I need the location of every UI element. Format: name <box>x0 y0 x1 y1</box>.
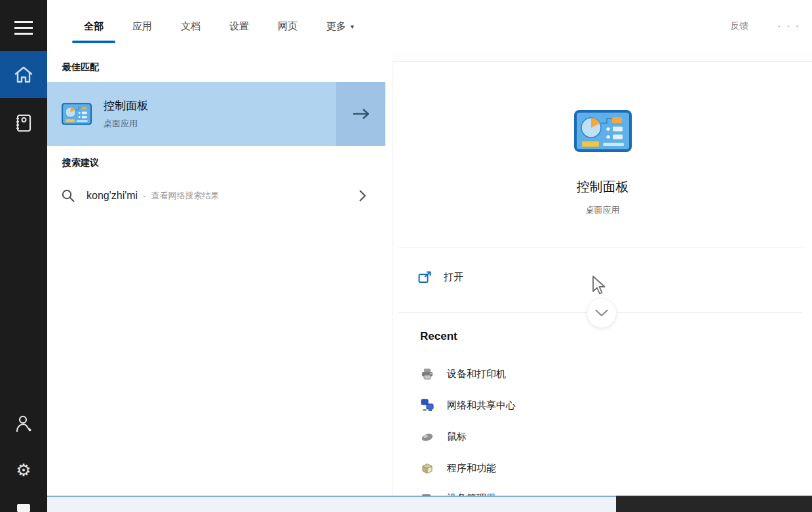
tab-all[interactable]: 全部 <box>72 0 115 52</box>
preview-subtitle: 桌面应用 <box>393 204 812 216</box>
chevron-down-icon[interactable] <box>587 298 617 328</box>
best-match-item[interactable]: 控制面板 桌面应用 <box>47 82 385 146</box>
tab-more-label: 更多 <box>326 20 346 33</box>
open-label: 打开 <box>444 271 463 283</box>
hamburger-menu-icon[interactable] <box>0 14 47 41</box>
control-panel-icon <box>62 101 92 127</box>
search-suggestion-item[interactable]: kong'zhi'mi - 查看网络搜索结果 <box>47 177 385 215</box>
results-panel: 最佳匹配 控制面板 桌面应用 <box>47 52 393 496</box>
recent-item-label: 鼠标 <box>447 431 467 443</box>
network-sharing-icon <box>421 399 434 412</box>
sidebar: ⚙ <box>0 0 47 512</box>
preview-title: 控制面板 <box>393 178 812 196</box>
best-match-text: 控制面板 桌面应用 <box>104 98 336 130</box>
active-tab-underline <box>72 41 115 43</box>
account-icon-glyph <box>14 414 33 433</box>
chevron-right-icon <box>358 189 367 203</box>
recent-item-label: 网络和共享中心 <box>447 399 516 412</box>
tab-all-label: 全部 <box>84 20 104 33</box>
tab-settings-label: 设置 <box>229 20 249 33</box>
best-match-header: 最佳匹配 <box>62 62 99 73</box>
arrow-right-icon[interactable] <box>336 82 385 146</box>
tab-apps-label: 应用 <box>132 20 152 33</box>
filter-tabs: 全部 应用 文档 设置 网页 更多 ▾ <box>72 0 366 52</box>
best-match-title: 控制面板 <box>104 98 336 113</box>
mouse-icon <box>421 430 434 443</box>
tab-documents[interactable]: 文档 <box>169 0 212 52</box>
notebook-icon-glyph <box>14 113 33 133</box>
feedback-button[interactable]: 反馈 <box>730 20 748 32</box>
recent-item-network-sharing[interactable]: 网络和共享中心 <box>408 395 775 415</box>
recent-item-programs-features[interactable]: 程序和功能 <box>408 458 775 478</box>
suggestion-separator: - <box>143 191 145 201</box>
taskbar-start-partial-icon <box>17 504 30 512</box>
devices-printers-icon <box>421 367 434 380</box>
recent-item-mouse[interactable]: 鼠标 <box>408 427 775 447</box>
control-panel-icon <box>574 110 632 152</box>
tab-web[interactable]: 网页 <box>266 0 309 52</box>
taskbar-search-box-edge[interactable] <box>47 496 616 512</box>
tab-documents-label: 文档 <box>181 20 201 33</box>
tab-settings[interactable]: 设置 <box>218 0 261 52</box>
windows-search-flyout: ⚙ 全部 应用 文档 设置 网页 更多 ▾ <box>0 0 812 512</box>
best-match-subtitle: 桌面应用 <box>104 118 336 130</box>
topbar-right: 反馈 · · · <box>730 0 800 52</box>
more-options-icon[interactable]: · · · <box>777 20 800 32</box>
programs-features-icon <box>421 462 434 475</box>
search-filter-bar: 全部 应用 文档 设置 网页 更多 ▾ 反馈 · · · <box>47 0 812 52</box>
notebook-icon[interactable] <box>0 105 47 141</box>
arrow-right-glyph <box>351 107 371 121</box>
suggestion-query: kong'zhi'mi <box>87 190 138 202</box>
recent-item-label: 程序和功能 <box>447 462 496 475</box>
preview-panel: 控制面板 桌面应用 打开 Recent 设备和打印 <box>393 61 812 512</box>
suggestions-header: 搜索建议 <box>62 157 99 169</box>
recent-header: Recent <box>420 330 457 343</box>
open-launch-icon <box>418 271 432 283</box>
home-icon-glyph <box>14 65 33 84</box>
taskbar-edge <box>616 496 812 512</box>
tab-more[interactable]: 更多 ▾ <box>315 0 366 52</box>
chevron-down-glyph <box>594 308 609 318</box>
account-icon[interactable] <box>0 406 47 441</box>
home-icon[interactable] <box>0 51 47 98</box>
gear-glyph: ⚙ <box>16 462 31 479</box>
tab-apps[interactable]: 应用 <box>121 0 164 52</box>
suggestion-hint: 查看网络搜索结果 <box>151 190 219 202</box>
chevron-down-icon: ▾ <box>351 23 354 30</box>
search-icon <box>61 189 75 203</box>
recent-item-devices-printers[interactable]: 设备和打印机 <box>408 364 775 384</box>
open-action[interactable]: 打开 <box>418 267 463 287</box>
recent-item-label: 设备和打印机 <box>447 368 506 380</box>
tab-web-label: 网页 <box>278 20 298 33</box>
settings-gear-icon[interactable]: ⚙ <box>0 452 47 488</box>
divider <box>398 247 803 248</box>
